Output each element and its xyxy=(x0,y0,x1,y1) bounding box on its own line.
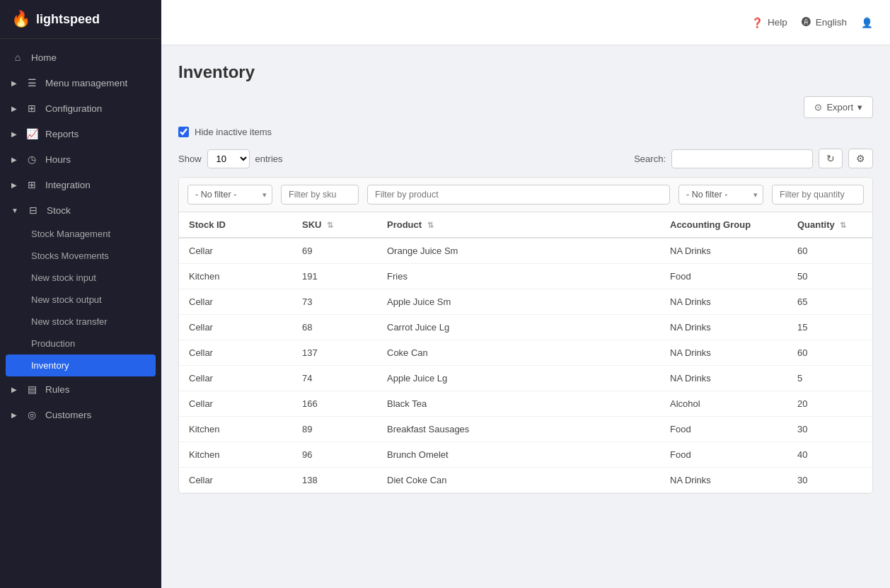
settings-button[interactable]: ⚙ xyxy=(848,149,873,168)
chevron-icon: ▶ xyxy=(11,411,17,419)
search-area: Search: ↻ ⚙ xyxy=(634,149,873,168)
hours-icon: ◷ xyxy=(25,154,38,165)
sidebar-item-new-stock-output[interactable]: New stock output xyxy=(0,289,161,311)
table-row: Cellar 74 Apple Juice Lg NA Drinks 5 xyxy=(179,366,872,391)
language-icon: 🅐 xyxy=(802,17,811,28)
sidebar-item-home[interactable]: ⌂ Home xyxy=(0,45,161,70)
cell-sku: 74 xyxy=(292,366,377,391)
table-row: Kitchen 89 Breakfast Sausages Food 30 xyxy=(179,417,872,442)
inventory-table: Stock ID SKU ⇅ Product ⇅ Accounting Grou… xyxy=(179,212,872,493)
reports-icon: 📈 xyxy=(25,128,38,139)
sidebar-item-hours[interactable]: ▶ ◷ Hours xyxy=(0,146,161,172)
rules-icon: ▤ xyxy=(25,384,38,395)
cell-sku: 166 xyxy=(292,391,377,417)
cell-stock-id: Kitchen xyxy=(179,264,292,289)
page-title: Inventory xyxy=(178,62,873,82)
cell-product: Apple Juice Lg xyxy=(377,366,660,391)
sidebar-item-configuration[interactable]: ▶ ⊞ Configuration xyxy=(0,96,161,121)
cell-sku: 68 xyxy=(292,315,377,340)
config-icon: ⊞ xyxy=(25,103,38,114)
cell-product: Diet Coke Can xyxy=(377,468,660,493)
sidebar-item-integration[interactable]: ▶ ⊞ Integration xyxy=(0,172,161,197)
toolbar: ⊙ Export ▾ xyxy=(178,96,873,118)
sku-filter[interactable] xyxy=(281,185,359,204)
cell-accounting-group: NA Drinks xyxy=(660,315,787,340)
export-button[interactable]: ⊙ Export ▾ xyxy=(804,96,873,118)
cell-stock-id: Kitchen xyxy=(179,442,292,468)
chevron-icon: ▶ xyxy=(11,156,17,163)
show-entries: Show 10 25 50 100 entries xyxy=(178,149,283,168)
product-filter[interactable] xyxy=(367,185,670,204)
cell-sku: 89 xyxy=(292,417,377,442)
user-profile-button[interactable]: 👤 xyxy=(861,17,873,28)
cell-stock-id: Cellar xyxy=(179,468,292,493)
cell-stock-id: Cellar xyxy=(179,391,292,417)
sidebar-item-rules[interactable]: ▶ ▤ Rules xyxy=(0,376,161,402)
logo-icon: 🔥 xyxy=(11,10,30,28)
accounting-group-filter[interactable]: - No filter - xyxy=(187,185,272,204)
table-row: Cellar 166 Black Tea Alcohol 20 xyxy=(179,391,872,417)
refresh-button[interactable]: ↻ xyxy=(819,149,843,168)
cell-quantity: 15 xyxy=(787,315,872,340)
sidebar-item-menu-management[interactable]: ▶ ☰ Menu management xyxy=(0,70,161,96)
cell-quantity: 5 xyxy=(787,366,872,391)
cell-accounting-group: Food xyxy=(660,442,787,468)
entries-select[interactable]: 10 25 50 100 xyxy=(207,149,250,168)
cell-product: Orange Juice Sm xyxy=(377,238,660,264)
product-sort-icon: ⇅ xyxy=(427,221,434,230)
cell-accounting-group: NA Drinks xyxy=(660,289,787,315)
cell-stock-id: Cellar xyxy=(179,238,292,264)
cell-stock-id: Cellar xyxy=(179,340,292,366)
cell-quantity: 60 xyxy=(787,238,872,264)
col-header-quantity[interactable]: Quantity ⇅ xyxy=(787,212,872,238)
sidebar-item-new-stock-transfer[interactable]: New stock transfer xyxy=(0,311,161,333)
logo: 🔥 lightspeed xyxy=(0,0,161,39)
sidebar-item-stocks-movements[interactable]: Stocks Movements xyxy=(0,245,161,267)
table-header-row: Stock ID SKU ⇅ Product ⇅ Accounting Grou… xyxy=(179,212,872,238)
language-selector[interactable]: 🅐 English xyxy=(802,17,847,28)
sidebar-nav: ⌂ Home ▶ ☰ Menu management ▶ ⊞ Configura… xyxy=(0,39,161,588)
cell-sku: 73 xyxy=(292,289,377,315)
cell-product: Apple Juice Sm xyxy=(377,289,660,315)
sidebar-item-customers[interactable]: ▶ ◎ Customers xyxy=(0,402,161,427)
table-row: Kitchen 191 Fries Food 50 xyxy=(179,264,872,289)
cell-accounting-group: NA Drinks xyxy=(660,366,787,391)
sidebar-item-new-stock-input[interactable]: New stock input xyxy=(0,267,161,289)
search-label: Search: xyxy=(634,154,666,164)
menu-icon: ☰ xyxy=(25,77,38,88)
cell-accounting-group: Food xyxy=(660,417,787,442)
sku-sort-icon: ⇅ xyxy=(327,221,333,230)
topbar: ❓ Help 🅐 English 👤 xyxy=(161,0,890,45)
quantity-filter[interactable] xyxy=(772,185,864,204)
sidebar: 🔥 lightspeed ⌂ Home ▶ ☰ Menu management … xyxy=(0,0,161,588)
sidebar-item-production[interactable]: Production xyxy=(0,333,161,354)
sidebar-item-stock[interactable]: ▼ ⊟ Stock xyxy=(0,197,161,223)
col-header-product[interactable]: Product ⇅ xyxy=(377,212,660,238)
table-row: Cellar 138 Diet Coke Can NA Drinks 30 xyxy=(179,468,872,493)
col-header-sku[interactable]: SKU ⇅ xyxy=(292,212,377,238)
table-row: Cellar 69 Orange Juice Sm NA Drinks 60 xyxy=(179,238,872,264)
sidebar-item-reports[interactable]: ▶ 📈 Reports xyxy=(0,121,161,146)
cell-stock-id: Cellar xyxy=(179,315,292,340)
cell-stock-id: Cellar xyxy=(179,366,292,391)
cell-product: Black Tea xyxy=(377,391,660,417)
hide-inactive-label: Hide inactive items xyxy=(195,127,272,137)
no-filter-select2[interactable]: - No filter - xyxy=(678,185,763,204)
sidebar-item-stock-management[interactable]: Stock Management xyxy=(0,223,161,245)
cell-quantity: 65 xyxy=(787,289,872,315)
hide-inactive-checkbox[interactable] xyxy=(178,127,189,137)
export-icon: ⊙ xyxy=(814,102,822,113)
quantity-sort-icon: ⇅ xyxy=(840,221,846,230)
home-icon: ⌂ xyxy=(11,52,24,63)
cell-sku: 191 xyxy=(292,264,377,289)
table-row: Cellar 73 Apple Juice Sm NA Drinks 65 xyxy=(179,289,872,315)
search-input[interactable] xyxy=(671,149,813,168)
sidebar-item-inventory[interactable]: Inventory xyxy=(6,354,156,376)
chevron-down-icon: ▼ xyxy=(11,207,18,214)
content-area: Inventory ⊙ Export ▾ Hide inactive items… xyxy=(161,45,890,588)
no-filter-wrap2: - No filter - xyxy=(678,185,763,204)
help-button[interactable]: ❓ Help xyxy=(751,17,787,28)
cell-quantity: 20 xyxy=(787,391,872,417)
table-body: Cellar 69 Orange Juice Sm NA Drinks 60 K… xyxy=(179,238,872,493)
table-row: Kitchen 96 Brunch Omelet Food 40 xyxy=(179,442,872,468)
